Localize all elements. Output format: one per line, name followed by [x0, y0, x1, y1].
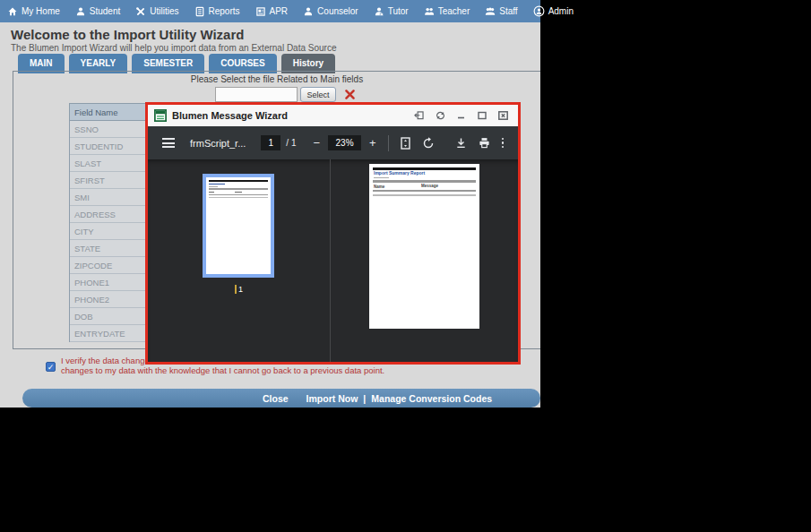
- field-row[interactable]: SSNO: [70, 121, 146, 138]
- field-row[interactable]: PHONE1: [70, 274, 146, 291]
- nav-label: My Home: [22, 6, 60, 16]
- field-row[interactable]: ADDRESS: [70, 206, 146, 223]
- staff-icon: [485, 6, 496, 17]
- blumen-message-wizard-dialog: Blumen Message Wizard frmScript_r... / 1…: [145, 102, 521, 365]
- more-options-icon[interactable]: [502, 136, 505, 150]
- rotate-icon[interactable]: [422, 137, 435, 150]
- page-thumbnail[interactable]: [203, 174, 274, 278]
- select-file-button[interactable]: Select: [300, 87, 336, 102]
- field-table: Field Name SSNO STUDENTID SLAST SFIRST S…: [69, 103, 147, 342]
- report-col-name: Name: [374, 184, 384, 189]
- nav-teacher[interactable]: Teacher: [424, 6, 470, 17]
- thumbnail-page-number: 1: [148, 285, 330, 294]
- toolbar-divider: [388, 135, 389, 151]
- nav-counselor[interactable]: Counselor: [303, 6, 358, 17]
- page-number-input[interactable]: [261, 135, 280, 150]
- thumb-band: [209, 194, 268, 196]
- print-icon[interactable]: [479, 137, 490, 149]
- nav-label: Reports: [209, 6, 240, 16]
- page-total: 1: [291, 138, 297, 148]
- top-nav: My Home Student Utilities Reports APR Co…: [0, 0, 540, 22]
- field-row[interactable]: PHONE2: [70, 291, 146, 308]
- maximize-icon[interactable]: [478, 111, 487, 120]
- admin-icon: [533, 5, 545, 17]
- nav-label: Staff: [499, 6, 517, 16]
- thumb-band: [209, 197, 268, 199]
- counselor-icon: [303, 6, 314, 17]
- pdf-filename: frmScript_r...: [190, 138, 246, 149]
- field-row[interactable]: ENTRYDATE: [70, 325, 146, 342]
- pdf-main-view: Import Summary Report Name Message: [331, 159, 518, 362]
- report-band: [373, 180, 476, 183]
- nav-my-home[interactable]: My Home: [7, 6, 60, 17]
- nav-label: Counselor: [317, 6, 358, 16]
- close-button[interactable]: Close: [263, 393, 289, 404]
- nav-tutor[interactable]: Tutor: [374, 6, 409, 17]
- field-row[interactable]: CITY: [70, 223, 146, 240]
- file-path-input[interactable]: [215, 87, 298, 102]
- bottom-action-bar: Close Import Now | Manage Conversion Cod…: [22, 389, 540, 408]
- nav-reports[interactable]: Reports: [194, 6, 240, 17]
- nav-label: Teacher: [438, 6, 470, 16]
- thumb-title-line: [209, 184, 225, 185]
- file-select-row: Select: [215, 87, 356, 102]
- dialog-titlebar: Blumen Message Wizard: [148, 105, 518, 126]
- pdf-content-area: 1 Import Summary Report Name Message: [148, 159, 518, 362]
- field-table-header: Field Name: [70, 104, 146, 121]
- thumb-col-line: [235, 192, 242, 193]
- report-band: [373, 190, 476, 192]
- zoom-level[interactable]: 23%: [328, 135, 361, 150]
- minimize-icon[interactable]: [457, 111, 466, 120]
- file-prompt: Please Select the file Related to Main f…: [13, 74, 540, 84]
- field-row[interactable]: SLAST: [70, 155, 146, 172]
- checkmark-icon: ✓: [47, 363, 55, 372]
- download-icon[interactable]: [455, 137, 467, 149]
- verify-checkbox[interactable]: ✓: [46, 362, 56, 372]
- dialog-title: Blumen Message Wizard: [172, 110, 288, 121]
- nav-label: Tutor: [388, 6, 409, 16]
- student-icon: [75, 6, 86, 17]
- page-subtitle: The Blumen Import Wizard will help you i…: [11, 43, 337, 53]
- thumb-text-line: [209, 186, 218, 187]
- report-col-message: Message: [421, 184, 438, 188]
- undock-icon[interactable]: [414, 111, 424, 120]
- field-row[interactable]: ZIPCODE: [70, 257, 146, 274]
- import-now-button[interactable]: Import Now: [306, 393, 358, 404]
- field-row[interactable]: SFIRST: [70, 172, 146, 189]
- report-page: Import Summary Report Name Message: [369, 164, 479, 329]
- nav-admin[interactable]: Admin: [533, 5, 574, 17]
- zoom-out-button[interactable]: −: [313, 137, 320, 149]
- nav-utilities[interactable]: Utilities: [135, 6, 178, 17]
- report-title: Import Summary Report: [374, 170, 425, 176]
- thumb-band: [209, 188, 268, 190]
- report-text-line: [374, 177, 389, 178]
- fit-page-icon[interactable]: [401, 137, 410, 150]
- clear-file-icon[interactable]: [344, 89, 356, 100]
- thumb-col-line: [209, 192, 214, 193]
- report-doc-icon: [154, 109, 167, 122]
- zoom-in-button[interactable]: +: [369, 137, 376, 149]
- field-row[interactable]: STUDENTID: [70, 138, 146, 155]
- nav-label: Admin: [548, 6, 574, 16]
- nav-label: Utilities: [150, 6, 178, 16]
- window-controls: [414, 111, 512, 120]
- utilities-icon: [135, 6, 146, 17]
- nav-apr[interactable]: APR: [255, 6, 289, 17]
- teacher-icon: [424, 6, 435, 17]
- page-title: Welcome to the Import Utility Wizard: [11, 27, 244, 42]
- field-row[interactable]: SMI: [70, 189, 146, 206]
- reports-icon: [194, 6, 205, 17]
- menu-icon[interactable]: [162, 136, 175, 150]
- thumb-header-bar: [209, 180, 268, 182]
- nav-student[interactable]: Student: [75, 6, 120, 17]
- nav-staff[interactable]: Staff: [485, 6, 517, 17]
- manage-conversion-codes-button[interactable]: Manage Conversion Codes: [371, 393, 492, 404]
- sync-icon[interactable]: [436, 111, 445, 120]
- report-band: [373, 194, 476, 196]
- field-row[interactable]: DOB: [70, 308, 146, 325]
- field-row[interactable]: STATE: [70, 240, 146, 257]
- close-icon[interactable]: [498, 111, 508, 120]
- verify-line2: changes to my data with the knowledge th…: [61, 365, 384, 375]
- pdf-toolbar: frmScript_r... / 1 − 23% +: [148, 126, 518, 159]
- bar-separator: |: [363, 393, 366, 404]
